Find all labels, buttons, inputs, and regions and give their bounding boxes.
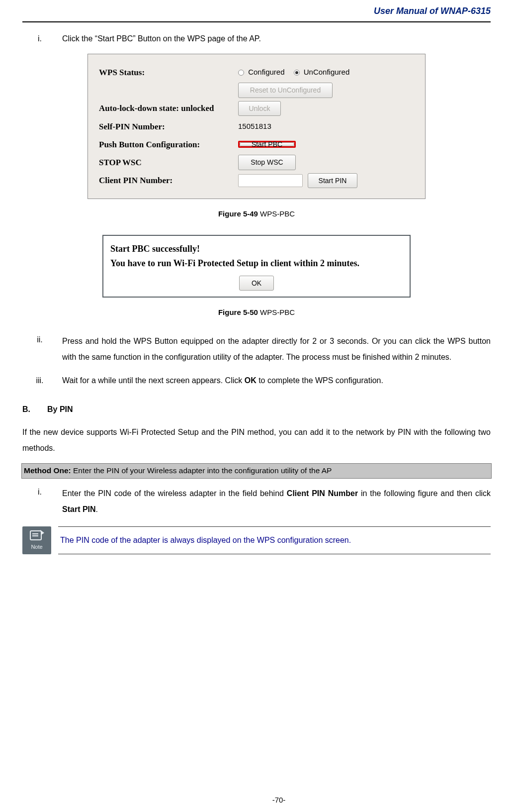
self-pin-value: 15051813 bbox=[238, 120, 271, 132]
header-title: User Manual of WNAP-6315 bbox=[22, 0, 491, 21]
sb-step-t3: . bbox=[96, 505, 98, 513]
self-pin-label: Self-PIN Number: bbox=[99, 120, 238, 133]
fig50-line2: You have to run Wi-Fi Protected Setup in… bbox=[110, 256, 403, 271]
note-box: Note The PIN code of the adapter is alwa… bbox=[22, 526, 491, 554]
step-ii-text: Press and hold the WPS Button equipped o… bbox=[62, 333, 491, 365]
section-b-step-i: i. Enter the PIN code of the wireless ad… bbox=[22, 486, 491, 517]
method-one-bar: Method One: Enter the PIN of your Wirele… bbox=[21, 463, 492, 479]
step-i: i. Click the “Start PBC” Button on the W… bbox=[22, 32, 491, 45]
method-one-bold: Method One: bbox=[24, 466, 71, 475]
configured-label: Configured bbox=[248, 68, 284, 76]
pbc-label: Push Button Configuration: bbox=[99, 138, 238, 151]
step-iii-num: iii. bbox=[22, 374, 62, 387]
step-iii-pre: Wait for a while until the next screen a… bbox=[62, 376, 245, 385]
sb-step-t1: Enter the PIN code of the wireless adapt… bbox=[62, 489, 287, 498]
note-label: Note bbox=[31, 543, 42, 552]
step-ii: ii. Press and hold the WPS Button equipp… bbox=[22, 333, 491, 365]
section-b-intro: If the new device supports Wi-Fi Protect… bbox=[22, 424, 491, 456]
step-iii: iii. Wait for a while until the next scr… bbox=[22, 374, 491, 387]
step-iii-post: to complete the WPS configuration. bbox=[256, 376, 383, 385]
section-b-step-i-num: i. bbox=[22, 486, 62, 517]
section-b-letter: B. bbox=[22, 403, 47, 416]
step-iii-bold: OK bbox=[245, 376, 256, 385]
sb-step-b1: Client PIN Number bbox=[287, 489, 358, 498]
client-pin-label: Client PIN Number: bbox=[99, 174, 238, 187]
sb-step-b2: Start PIN bbox=[62, 505, 96, 513]
note-text: The PIN code of the adapter is always di… bbox=[58, 526, 491, 554]
unconfigured-radio[interactable]: UnConfigured bbox=[294, 66, 350, 78]
method-one-rest: Enter the PIN of your Wireless adapter i… bbox=[71, 466, 332, 475]
section-b-heading: B. By PIN bbox=[22, 403, 491, 416]
sb-step-t2: in the following figure and then click bbox=[358, 489, 491, 498]
autolock-label: Auto-lock-down state: unlocked bbox=[99, 102, 238, 115]
page-number: -70- bbox=[22, 794, 513, 806]
figure-5-50-panel: Start PBC successfully! You have to run … bbox=[102, 235, 411, 298]
unlock-button[interactable]: Unlock bbox=[238, 101, 281, 116]
figure-5-50-caption: Figure 5-50 WPS-PBC bbox=[22, 306, 491, 318]
figure-5-49-caption-rest: WPS-PBC bbox=[258, 209, 295, 218]
section-b-step-i-text: Enter the PIN code of the wireless adapt… bbox=[62, 486, 491, 517]
step-ii-num: ii. bbox=[22, 333, 62, 365]
figure-5-49-caption: Figure 5-49 WPS-PBC bbox=[22, 208, 491, 220]
start-pbc-button[interactable]: Start PBC bbox=[240, 142, 294, 146]
figure-5-49-panel: WPS Status: Configured UnConfigured Rese… bbox=[87, 54, 426, 199]
fig50-line1: Start PBC successfully! bbox=[110, 242, 403, 256]
client-pin-input[interactable] bbox=[238, 174, 303, 187]
ok-button[interactable]: OK bbox=[239, 276, 274, 291]
header-divider bbox=[22, 21, 491, 22]
step-i-num: i. bbox=[22, 32, 62, 45]
figure-5-50-caption-rest: WPS-PBC bbox=[258, 308, 295, 316]
note-icon: Note bbox=[22, 526, 51, 554]
figure-5-49-caption-bold: Figure 5-49 bbox=[218, 209, 258, 218]
stop-wsc-button[interactable]: Stop WSC bbox=[238, 155, 296, 170]
start-pin-button[interactable]: Start PIN bbox=[308, 173, 357, 188]
unconfigured-label: UnConfigured bbox=[304, 68, 350, 76]
step-i-text: Click the “Start PBC” Button on the WPS … bbox=[62, 32, 491, 45]
wps-status-label: WPS Status: bbox=[99, 66, 238, 79]
start-pbc-highlight: Start PBC bbox=[238, 141, 296, 148]
configured-radio[interactable]: Configured bbox=[238, 66, 285, 78]
section-b-title: By PIN bbox=[47, 403, 73, 416]
reset-unconfigured-button[interactable]: Reset to UnConfigured bbox=[238, 83, 333, 98]
step-iii-text: Wait for a while until the next screen a… bbox=[62, 374, 491, 387]
stop-wsc-label: STOP WSC bbox=[99, 156, 238, 169]
figure-5-50-caption-bold: Figure 5-50 bbox=[218, 308, 258, 316]
